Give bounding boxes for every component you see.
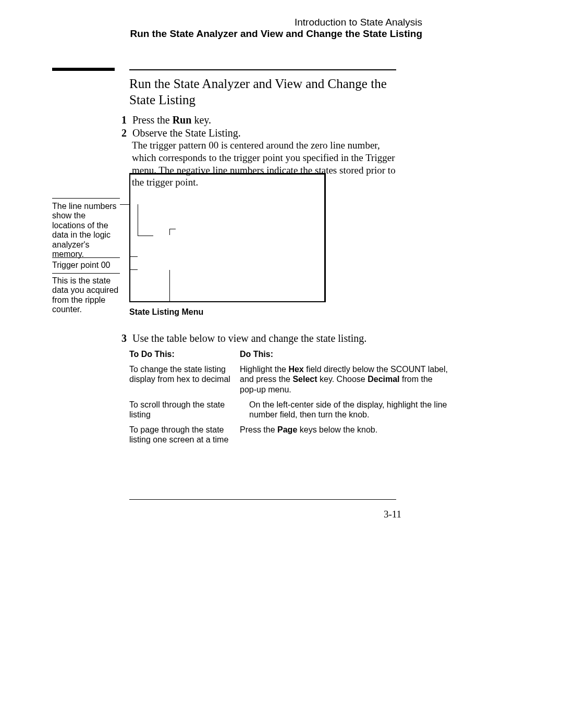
instruction-table: To Do This: Do This: To change the state… [129, 349, 458, 450]
step-1: 1 Press the Run key. [132, 113, 211, 127]
annotation-line-numbers: The line numbers show the locations of t… [52, 202, 120, 259]
step-number: 2 [121, 126, 130, 140]
step-2-text: Observe the State Listing. [132, 127, 241, 139]
bold-text: Decimal [368, 375, 399, 384]
leader-line [129, 256, 138, 257]
page-title: Run the State Analyzer and View and Chan… [129, 76, 411, 108]
table-cell: To change the state listing display from… [129, 364, 240, 394]
section-marker [52, 68, 115, 71]
table-cell: To scroll through the state listing [129, 400, 240, 419]
step-3: 3 Use the table below to view and change… [132, 331, 366, 345]
state-listing-figure [129, 173, 326, 302]
text: key. Choose [317, 375, 368, 384]
table-cell: Highlight the Hex field directly below t… [240, 364, 448, 394]
bold-text: Page [277, 425, 297, 434]
header-chapter: Introduction to State Analysis [295, 17, 422, 28]
step-2: 2 Observe the State Listing. [132, 126, 241, 140]
table-row: To scroll through the state listing On t… [129, 400, 458, 419]
text: Press the [240, 425, 277, 434]
annotation-separator [52, 273, 120, 274]
step-1-text-prefix: Press the [132, 114, 173, 126]
leader-line [129, 269, 138, 270]
leader-line [120, 204, 129, 205]
annotation-state-data: This is the state data you acquired from… [52, 276, 120, 315]
annotation-trigger-point: Trigger point 00 [52, 261, 120, 270]
annotation-separator [52, 198, 120, 199]
table-cell: On the left-center side of the display, … [240, 400, 458, 419]
bold-text: Hex [288, 365, 303, 374]
step-number: 1 [121, 113, 130, 127]
text: keys below the knob. [297, 425, 377, 434]
leader-line [169, 270, 170, 301]
table-row: To page through the state listing one sc… [129, 425, 458, 445]
annotation-separator [52, 257, 120, 258]
leader-line [138, 236, 153, 236]
bold-text: Select [292, 375, 317, 384]
table-cell: Press the Page keys below the knob. [240, 425, 448, 445]
page: Introduction to State Analysis Run the S… [0, 0, 563, 728]
leader-line [138, 230, 138, 236]
leader-line [169, 229, 170, 235]
header-section: Run the State Analyzer and View and Chan… [130, 28, 422, 40]
rule-top [129, 69, 396, 70]
text: On the left-center side of the display, … [249, 400, 447, 419]
step-number: 3 [121, 331, 130, 345]
step-1-text-suffix: key. [191, 114, 211, 126]
step-3-text: Use the table below to view and change t… [132, 332, 366, 344]
leader-line [169, 229, 176, 229]
rule-bottom [129, 499, 396, 500]
table-head-1: To Do This: [129, 349, 240, 359]
text: Highlight the [240, 365, 288, 374]
page-number: 3-11 [384, 509, 401, 520]
table-cell: To page through the state listing one sc… [129, 425, 240, 445]
figure-caption: State Listing Menu [129, 307, 203, 317]
step-1-bold: Run [173, 114, 192, 126]
table-head-2: Do This: [240, 349, 448, 359]
table-row: To change the state listing display from… [129, 364, 458, 394]
table-header: To Do This: Do This: [129, 349, 458, 359]
